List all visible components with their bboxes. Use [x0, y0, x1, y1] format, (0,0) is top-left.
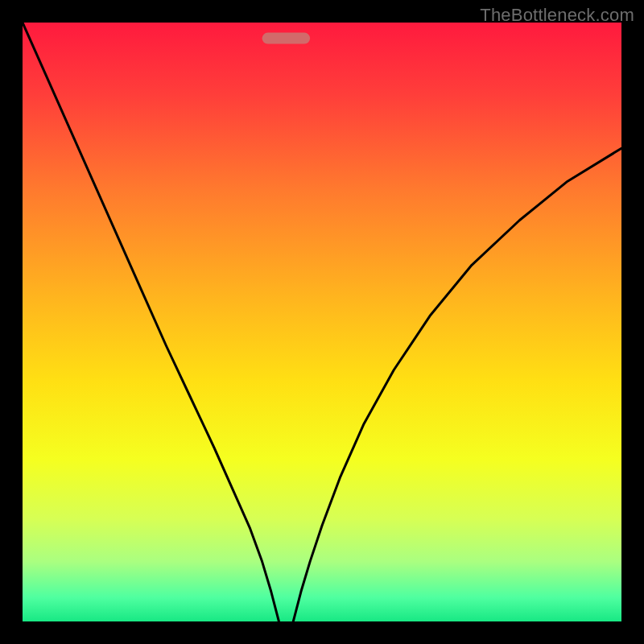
chart-svg [23, 23, 621, 621]
optimal-marker [262, 33, 311, 44]
gradient-background [23, 23, 621, 621]
bottom-marker [262, 33, 311, 44]
chart-frame: TheBottleneck.com [0, 0, 644, 644]
plot-area [23, 23, 621, 621]
